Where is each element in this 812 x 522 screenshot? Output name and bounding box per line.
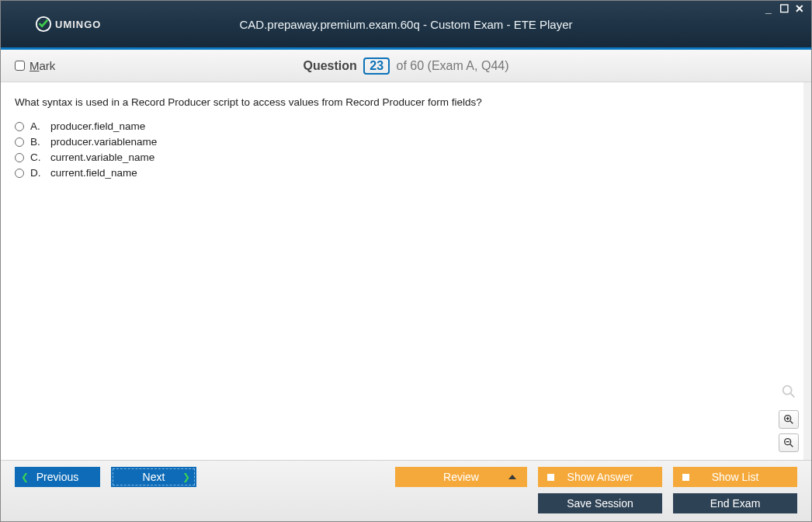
mark-checkbox[interactable]	[15, 61, 25, 71]
window-controls: _ ☐ ✕	[763, 4, 805, 13]
show-list-button[interactable]: Show List	[673, 467, 797, 487]
radio-icon[interactable]	[15, 122, 24, 131]
option-text: current.variable_name	[50, 151, 154, 163]
window-title: CAD.prepaway.premium.exam.60q - Custom E…	[1, 18, 811, 31]
option-letter: A.	[30, 120, 44, 132]
question-label: Question	[304, 59, 357, 72]
logo-text: UMINGO	[55, 19, 101, 30]
answer-option[interactable]: D. current.field_name	[15, 167, 789, 179]
answer-options: A. producer.field_name B. producer.varia…	[15, 120, 789, 179]
question-total: of 60 (Exam A, Q44)	[397, 59, 509, 72]
title-bar: UMINGO CAD.prepaway.premium.exam.60q - C…	[1, 1, 811, 50]
option-letter: D.	[30, 167, 44, 179]
radio-icon[interactable]	[15, 137, 24, 147]
app-logo: UMINGO	[35, 16, 101, 33]
next-label: Next	[143, 471, 165, 483]
mark-label: Mark	[29, 59, 55, 72]
zoom-out-button[interactable]	[779, 433, 799, 452]
end-exam-button[interactable]: End Exam	[673, 493, 797, 513]
triangle-up-icon	[508, 475, 516, 479]
option-text: current.field_name	[50, 167, 137, 179]
minimize-button[interactable]: _	[763, 4, 774, 13]
radio-icon[interactable]	[15, 169, 24, 178]
review-label: Review	[443, 471, 479, 483]
answer-option[interactable]: C. current.variable_name	[15, 151, 789, 163]
search-icon[interactable]	[780, 383, 797, 404]
question-text: What syntax is used in a Record Producer…	[15, 96, 789, 108]
previous-button[interactable]: ❮ Previous	[15, 467, 100, 487]
stop-icon	[682, 474, 689, 481]
previous-label: Previous	[36, 471, 78, 483]
option-letter: B.	[30, 136, 44, 148]
option-letter: C.	[30, 151, 44, 163]
close-button[interactable]: ✕	[794, 4, 805, 13]
save-session-label: Save Session	[567, 497, 633, 510]
question-content: What syntax is used in a Record Producer…	[1, 82, 811, 460]
mark-checkbox-wrap[interactable]: Mark	[15, 59, 55, 72]
show-list-label: Show List	[712, 471, 759, 483]
end-exam-label: End Exam	[710, 497, 761, 510]
stop-icon	[547, 474, 554, 481]
question-progress: Question 23 of 60 (Exam A, Q44)	[1, 57, 811, 75]
footer-row-1: ❮ Previous Next ❯ Review Show Answer Sho…	[15, 467, 797, 487]
next-button[interactable]: Next ❯	[111, 467, 196, 487]
option-text: producer.field_name	[50, 120, 145, 132]
save-session-button[interactable]: Save Session	[538, 493, 662, 513]
question-header: Mark Question 23 of 60 (Exam A, Q44)	[1, 50, 811, 82]
show-answer-label: Show Answer	[567, 471, 633, 483]
maximize-button[interactable]: ☐	[779, 4, 789, 13]
answer-option[interactable]: A. producer.field_name	[15, 120, 789, 132]
show-answer-button[interactable]: Show Answer	[538, 467, 662, 487]
svg-line-8	[790, 444, 793, 447]
option-text: producer.variablename	[50, 136, 157, 148]
logo-checkmark-icon	[35, 16, 52, 33]
svg-point-1	[783, 386, 792, 395]
footer: ❮ Previous Next ❯ Review Show Answer Sho…	[1, 460, 811, 521]
svg-line-2	[791, 394, 795, 398]
zoom-controls	[779, 383, 799, 452]
chevron-left-icon: ❮	[21, 472, 29, 482]
zoom-in-button[interactable]	[779, 410, 799, 429]
answer-option[interactable]: B. producer.variablename	[15, 136, 789, 148]
svg-line-4	[790, 421, 793, 423]
question-number: 23	[363, 57, 390, 75]
chevron-right-icon: ❯	[182, 472, 190, 482]
radio-icon[interactable]	[15, 153, 24, 162]
review-button[interactable]: Review	[395, 467, 527, 487]
footer-row-2: Save Session End Exam	[15, 493, 797, 513]
